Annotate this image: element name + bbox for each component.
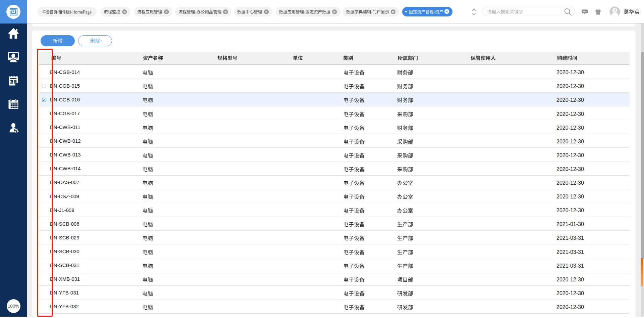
svg-text:?: ? [613,8,616,13]
